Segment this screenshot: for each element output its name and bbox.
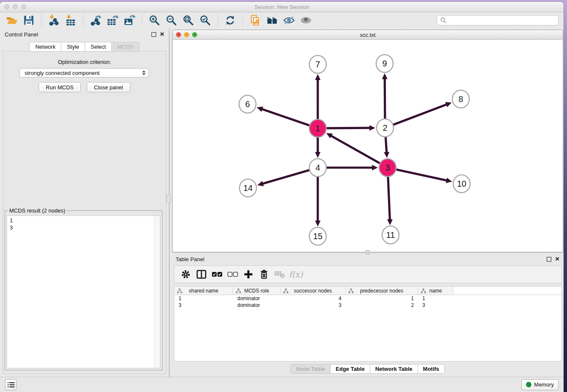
show-hidden-icon[interactable]	[299, 14, 313, 27]
result-scrollbar[interactable]	[154, 216, 160, 368]
cell[interactable]: 4	[281, 295, 346, 302]
open-file-icon[interactable]	[5, 14, 19, 27]
column-header-name[interactable]: name	[418, 287, 454, 295]
column-header-shared-name[interactable]: shared name	[174, 287, 233, 295]
table-tab-node-table[interactable]: Node Table	[290, 364, 330, 374]
cell[interactable]: 3	[281, 302, 346, 309]
minimize-window-icon[interactable]	[13, 4, 18, 9]
column-header-predecessor-nodes[interactable]: predecessor nodes	[346, 287, 418, 295]
delete-table-icon[interactable]	[272, 267, 287, 282]
graph-edge-arrow-1-4	[315, 152, 321, 158]
table-header-row: shared nameMCDS rolesuccessor nodesprede…	[174, 287, 561, 295]
tab-mcds[interactable]: MCDS	[111, 42, 139, 52]
graph-edge-arrow-4-14	[257, 181, 264, 186]
mcds-result-area[interactable]: 1 3	[7, 215, 160, 368]
table-row-2[interactable]: 3dominator323	[174, 302, 561, 309]
graph-node-4[interactable]: 4	[309, 159, 326, 177]
graph-edge-2-8[interactable]	[385, 104, 447, 128]
graph-node-14[interactable]: 14	[239, 179, 256, 197]
close-panel-icon[interactable]: ×	[160, 31, 164, 37]
graph-node-11[interactable]: 11	[382, 226, 399, 244]
table-row-1[interactable]: 1dominator411	[174, 295, 561, 302]
column-header-mcds-role[interactable]: MCDS role	[233, 287, 281, 295]
column-header-successor-nodes[interactable]: successor nodes	[281, 287, 346, 295]
export-table-icon[interactable]	[105, 14, 120, 27]
graph-edge-arrow-4-15	[315, 221, 321, 226]
graph-edge-3-1[interactable]	[330, 135, 388, 168]
graph-node-1[interactable]: 1	[309, 119, 326, 137]
cell[interactable]: 2	[346, 302, 418, 309]
export-network-icon[interactable]	[88, 14, 103, 27]
select-all-icon[interactable]	[209, 267, 225, 282]
import-network-icon[interactable]	[47, 14, 61, 27]
graph-node-15[interactable]: 15	[309, 227, 326, 245]
create-column-icon[interactable]	[240, 267, 256, 282]
run-mcds-button[interactable]: Run MCDS	[39, 82, 81, 92]
zoom-fit-icon[interactable]	[181, 14, 195, 27]
graph-node-8[interactable]: 8	[452, 90, 469, 108]
cell[interactable]: 3	[174, 302, 233, 309]
refresh-layout-icon[interactable]	[223, 14, 237, 27]
graph-edge-3-10[interactable]	[388, 168, 447, 181]
zoom-selected-icon[interactable]	[198, 14, 212, 27]
task-history-button[interactable]	[5, 379, 17, 390]
memory-button[interactable]: Memory	[521, 379, 559, 390]
close-table-panel-icon[interactable]: ×	[555, 256, 559, 262]
show-all-networks-icon[interactable]	[265, 14, 279, 27]
table-tab-edge-table[interactable]: Edge Table	[330, 364, 370, 374]
search-box[interactable]	[437, 15, 559, 25]
close-panel-button[interactable]: Close panel	[87, 82, 130, 92]
search-input[interactable]	[449, 17, 555, 24]
svg-text:11: 11	[386, 230, 395, 240]
cell[interactable]: 1	[418, 295, 454, 302]
cell[interactable]: 1	[174, 295, 233, 302]
graph-node-6[interactable]: 6	[239, 95, 256, 113]
criterion-dropdown[interactable]: strongly connected component	[19, 68, 149, 77]
column-settings-icon[interactable]	[178, 267, 193, 282]
tab-select[interactable]: Select	[85, 42, 112, 52]
graph-edge-arrow-1-2	[369, 125, 375, 131]
graph-node-3[interactable]: 3	[379, 159, 396, 177]
cell[interactable]: dominator	[233, 302, 281, 309]
copy-network-icon[interactable]	[248, 14, 262, 27]
function-builder-icon[interactable]: f(x)	[289, 270, 303, 279]
tab-style[interactable]: Style	[61, 42, 85, 52]
network-minimize-icon[interactable]: −	[184, 32, 189, 37]
network-window-titlebar[interactable]: × − + scc.txt	[173, 30, 563, 40]
save-session-icon[interactable]	[22, 14, 36, 27]
delete-columns-icon[interactable]	[256, 267, 272, 282]
dropdown-stepper-icon	[142, 70, 146, 75]
float-table-panel-icon[interactable]	[547, 257, 551, 262]
table-tabs: Node TableEdge TableNetwork TableMotifs	[171, 364, 564, 374]
deselect-all-icon[interactable]	[225, 267, 240, 282]
splitter-grip[interactable]	[166, 195, 171, 203]
zoom-window-icon[interactable]	[21, 4, 26, 9]
zoom-out-icon[interactable]	[164, 14, 179, 27]
graph-node-2[interactable]: 2	[377, 119, 394, 137]
tab-network[interactable]: Network	[29, 42, 61, 52]
hide-selected-icon[interactable]	[282, 14, 296, 27]
cell[interactable]: 3	[418, 302, 454, 309]
table-toolbar: f(x)	[174, 265, 562, 283]
memory-status-icon	[526, 382, 531, 387]
horizontal-splitter-grip[interactable]	[366, 250, 370, 254]
graph-node-10[interactable]: 10	[453, 175, 470, 193]
table-tab-network-table[interactable]: Network Table	[370, 364, 418, 374]
workspace: × − + scc.txt 1234678910111415 Table Pan…	[170, 28, 564, 377]
cell[interactable]: 1	[346, 295, 418, 302]
table-tab-motifs[interactable]: Motifs	[418, 364, 445, 374]
import-table-icon[interactable]	[63, 14, 78, 27]
svg-text:4: 4	[315, 163, 320, 172]
cell[interactable]: dominator	[233, 295, 281, 302]
toggle-columns-icon[interactable]	[193, 267, 209, 282]
close-window-icon[interactable]	[4, 4, 9, 9]
network-zoom-icon[interactable]: +	[192, 32, 197, 37]
network-close-icon[interactable]: ×	[176, 32, 181, 37]
graph-node-7[interactable]: 7	[309, 55, 326, 73]
network-canvas[interactable]: 1234678910111415	[173, 40, 563, 252]
zoom-in-icon[interactable]	[147, 14, 162, 27]
graph-node-9[interactable]: 9	[376, 55, 393, 72]
float-panel-icon[interactable]	[151, 32, 156, 37]
export-image-icon[interactable]	[122, 14, 137, 27]
graph-edge-arrow-2-8	[445, 102, 451, 107]
